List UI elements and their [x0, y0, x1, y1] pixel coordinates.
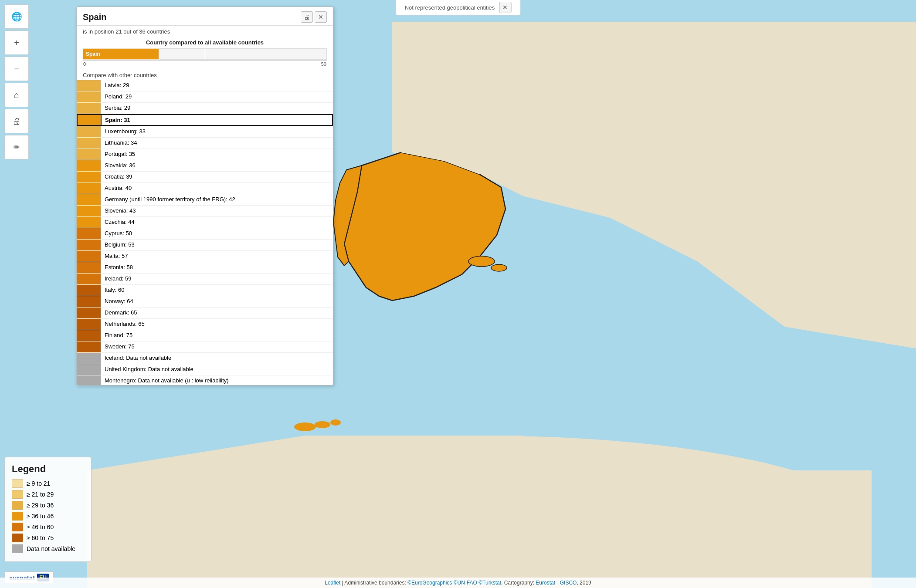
legend-item: Data not available [12, 544, 84, 553]
list-item[interactable]: Malta: 57 [77, 251, 333, 262]
countries-list[interactable]: Latvia: 29 Poland: 29 Serbia: 29 Spain: … [77, 80, 333, 385]
list-item[interactable]: Montenegro: Data not available (u : low … [77, 375, 333, 385]
attribution-bar: Leaflet | Administrative boundaries: ©Eu… [0, 578, 916, 588]
draw-button[interactable]: ✏ [4, 135, 29, 159]
list-item[interactable]: Croatia: 39 [77, 172, 333, 183]
country-color-swatch [77, 103, 101, 114]
popup-print-button[interactable]: 🖨 [301, 11, 313, 23]
list-item[interactable]: Luxembourg: 33 [77, 126, 333, 138]
draw-icon: ✏ [14, 142, 20, 152]
top-bar-close-button[interactable]: ✕ [499, 2, 511, 13]
country-color-swatch [77, 91, 101, 102]
country-name: Sweden: 75 [101, 341, 333, 352]
leaflet-link[interactable]: Leaflet [325, 580, 340, 586]
axis-tick-50 [205, 49, 205, 59]
chart-axis-line [83, 61, 327, 61]
list-item[interactable]: Estonia: 58 [77, 262, 333, 274]
eurogeographics-link[interactable]: ©EuroGeographics [407, 580, 452, 586]
print-map-button[interactable]: 🖨 [4, 109, 29, 133]
legend-item: ≥ 46 to 60 [12, 523, 84, 531]
chart-bar-fill: Spain [83, 49, 159, 59]
country-name: Italy: 60 [101, 285, 333, 296]
svg-point-5 [294, 422, 316, 431]
country-name: Norway: 64 [101, 296, 333, 307]
country-color-swatch [77, 126, 101, 137]
country-name: Slovenia: 43 [101, 206, 333, 216]
unfao-link[interactable]: ©UN-FAO [454, 580, 477, 586]
country-color-swatch [77, 319, 101, 330]
list-item[interactable]: Ireland: 59 [77, 274, 333, 285]
popup-close-button[interactable]: ✕ [315, 11, 327, 23]
chart-bar-track: Spain [83, 48, 327, 60]
country-name: Montenegro: Data not available (u : low … [101, 375, 333, 385]
legend-title: Legend [12, 463, 84, 475]
list-item[interactable]: Austria: 40 [77, 183, 333, 194]
popup-subtitle: is in position 21 out of 36 countries [77, 26, 333, 37]
list-item[interactable]: Slovakia: 36 [77, 160, 333, 172]
list-item[interactable]: Netherlands: 65 [77, 319, 333, 330]
globe-button[interactable]: 🌐 [4, 4, 29, 29]
legend-color-swatch [12, 512, 23, 520]
list-item[interactable]: Spain: 31 [77, 114, 333, 126]
country-name: Latvia: 29 [101, 80, 333, 91]
list-item[interactable]: Poland: 29 [77, 91, 333, 103]
legend-item-label: ≥ 36 to 46 [27, 513, 54, 520]
country-name: United Kingdom: Data not available [101, 364, 333, 375]
list-item[interactable]: Denmark: 65 [77, 308, 333, 319]
country-name: Germany (until 1990 former territory of … [101, 194, 333, 205]
list-item[interactable]: Italy: 60 [77, 285, 333, 296]
country-name: Finland: 75 [101, 330, 333, 341]
country-color-swatch [77, 114, 101, 126]
list-item[interactable]: Norway: 64 [77, 296, 333, 308]
list-item[interactable]: Czechia: 44 [77, 217, 333, 228]
legend-color-swatch [12, 544, 23, 553]
home-icon: ⌂ [14, 90, 19, 100]
list-item[interactable]: Iceland: Data not available [77, 353, 333, 364]
country-color-swatch [77, 80, 101, 91]
gisco-link[interactable]: Eurostat - GISCO [536, 580, 577, 586]
legend-item-label: ≥ 29 to 36 [27, 502, 54, 509]
country-name: Portugal: 35 [101, 149, 333, 160]
legend-item-label: ≥ 60 to 75 [27, 534, 54, 541]
list-item[interactable]: Slovenia: 43 [77, 206, 333, 217]
svg-point-6 [315, 421, 330, 428]
list-item[interactable]: Latvia: 29 [77, 80, 333, 91]
list-item[interactable]: Portugal: 35 [77, 149, 333, 160]
list-item[interactable]: United Kingdom: Data not available [77, 364, 333, 375]
legend-item-label: ≥ 9 to 21 [27, 480, 50, 487]
country-color-swatch [77, 251, 101, 262]
list-item[interactable]: Serbia: 29 [77, 103, 333, 114]
zoom-out-button[interactable]: − [4, 57, 29, 81]
top-bar: Not represented geopolitical entities ✕ [396, 0, 521, 15]
home-button[interactable]: ⌂ [4, 83, 29, 107]
country-color-swatch [77, 206, 101, 216]
svg-point-3 [468, 256, 495, 267]
turkstat-link[interactable]: ©Turkstat [478, 580, 501, 586]
country-color-swatch [77, 240, 101, 250]
list-item[interactable]: Belgium: 53 [77, 240, 333, 251]
chart-title: Country compared to all available countr… [83, 39, 327, 46]
country-color-swatch [77, 364, 101, 375]
svg-rect-8 [349, 314, 436, 327]
legend-color-swatch [12, 490, 23, 499]
country-name: Poland: 29 [101, 91, 333, 102]
legend-item-label: ≥ 21 to 29 [27, 491, 54, 498]
svg-point-9 [458, 322, 588, 375]
attribution-text: Leaflet | Administrative boundaries: ©Eu… [325, 580, 591, 586]
list-item[interactable]: Lithuania: 34 [77, 138, 333, 149]
legend-color-swatch [12, 479, 23, 488]
top-bar-text: Not represented geopolitical entities [405, 4, 495, 11]
country-color-swatch [77, 296, 101, 307]
zoom-in-button[interactable]: + [4, 30, 29, 55]
list-item[interactable]: Finland: 75 [77, 330, 333, 341]
list-item[interactable]: Sweden: 75 [77, 341, 333, 353]
country-color-swatch [77, 285, 101, 296]
country-name: Serbia: 29 [101, 103, 333, 114]
list-item[interactable]: Germany (until 1990 former territory of … [77, 194, 333, 206]
country-color-swatch [77, 353, 101, 364]
country-name: Estonia: 58 [101, 262, 333, 273]
legend-color-swatch [12, 523, 23, 531]
country-name: Slovakia: 36 [101, 160, 333, 171]
list-item[interactable]: Cyprus: 50 [77, 228, 333, 240]
legend-item: ≥ 21 to 29 [12, 490, 84, 499]
